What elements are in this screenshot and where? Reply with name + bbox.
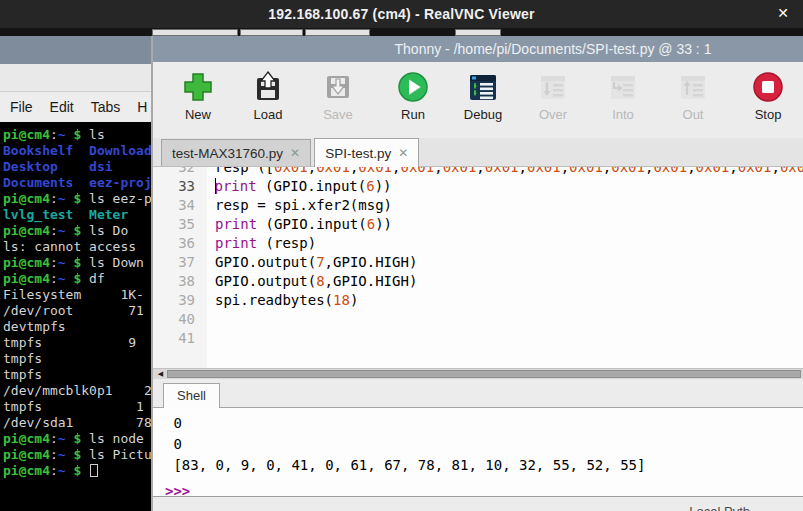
close-tab-icon[interactable]: ✕ xyxy=(398,146,408,160)
vnc-titlebar: 192.168.100.67 (cm4) - RealVNC Viewer ✕ xyxy=(0,0,803,28)
shell-line: [83, 0, 9, 0, 41, 0, 61, 67, 78, 81, 10,… xyxy=(165,455,803,476)
code-text: GPIO.output(8,GPIO.HIGH) xyxy=(207,272,417,291)
code-text: resp = spi.xfer2(msg) xyxy=(207,196,392,215)
line-number: 34 xyxy=(153,196,207,215)
line-number: 37 xyxy=(153,253,207,272)
toolbar-button-label: Over xyxy=(539,107,567,122)
code-text xyxy=(207,329,215,348)
shell-tabbar: Shell xyxy=(153,379,803,407)
over-button: Over xyxy=(528,70,578,122)
editor-line[interactable]: 36print (resp) xyxy=(153,234,803,253)
terminal-line: pi@cm4:~ $ ls Pictu xyxy=(3,447,151,463)
vnc-close-icon[interactable]: ✕ xyxy=(777,5,789,21)
interpreter-status[interactable]: Local Pyth xyxy=(689,504,750,511)
terminal-menubar: FileEditTabsH xyxy=(0,92,151,122)
close-tab-icon[interactable]: ✕ xyxy=(290,146,300,160)
debug-button[interactable]: Debug xyxy=(458,70,508,122)
terminal-line: tmpfs 1 xyxy=(3,399,151,415)
terminal-line: pi@cm4:~ $ df xyxy=(3,271,151,287)
terminal-line: ls: cannot access xyxy=(3,239,151,255)
terminal-line: tmpfs xyxy=(3,367,151,383)
out-button: Out xyxy=(668,70,718,122)
editor-line[interactable]: 40 xyxy=(153,310,803,329)
terminal-window: FileEditTabsH pi@cm4:~ $ lsBookshelf Dow… xyxy=(0,64,151,511)
shell-output[interactable]: 0 0 [83, 0, 9, 0, 41, 0, 61, 67, 78, 81,… xyxy=(153,407,803,496)
terminal-menu-h[interactable]: H xyxy=(137,99,147,115)
line-number: 40 xyxy=(153,310,207,329)
editor-line[interactable]: 33print (GPIO.input(6)) xyxy=(153,177,803,196)
window-fragment xyxy=(240,29,303,36)
terminal-titlebar[interactable] xyxy=(0,64,151,92)
tab-shell[interactable]: Shell xyxy=(163,383,220,408)
run-icon xyxy=(396,70,430,104)
terminal-line: pi@cm4:~ $ ls xyxy=(3,127,151,143)
code-text: print (GPIO.input(6)) xyxy=(207,215,392,234)
terminal-line: tmpfs 9 xyxy=(3,335,151,351)
editor-tabbar: test-MAX31760.py✕SPI-test.py✕ xyxy=(153,138,803,167)
code-text: print (GPIO.input(6)) xyxy=(207,177,392,196)
load-button[interactable]: Load xyxy=(243,70,293,122)
toolbar-button-label: Into xyxy=(612,107,634,122)
shell-prompt[interactable]: >>> xyxy=(165,481,803,496)
window-fragment xyxy=(152,29,238,36)
tab-label: SPI-test.py xyxy=(325,146,391,161)
code-text: resp ([0x01,0x01,0x01,0x01,0x01,0x01,0x0… xyxy=(207,167,803,177)
terminal-line: tmpfs xyxy=(3,351,151,367)
stop-button[interactable]: Stop xyxy=(743,70,793,122)
line-number: 39 xyxy=(153,291,207,310)
shell-line: 0 xyxy=(165,434,803,455)
toolbar-button-label: New xyxy=(185,107,211,122)
editor-line[interactable]: 41 xyxy=(153,329,803,348)
editor-line[interactable]: 39spi.readbytes(18) xyxy=(153,291,803,310)
run-button[interactable]: Run xyxy=(388,70,438,122)
thonny-title: Thonny - /home/pi/Documents/SPI-test.py … xyxy=(395,41,712,57)
line-number: 35 xyxy=(153,215,207,234)
scroll-left-arrow-icon[interactable]: ◀ xyxy=(155,369,166,379)
terminal-menu-file[interactable]: File xyxy=(10,99,33,115)
thonny-titlebar[interactable]: Thonny - /home/pi/Documents/SPI-test.py … xyxy=(153,36,803,62)
new-icon xyxy=(181,70,215,104)
shell-line: 0 xyxy=(165,413,803,434)
vnc-title: 192.168.100.67 (cm4) - RealVNC Viewer xyxy=(268,6,534,22)
tab-spi-test.py[interactable]: SPI-test.py✕ xyxy=(314,138,419,167)
line-number: 38 xyxy=(153,272,207,291)
window-fragment xyxy=(455,29,501,36)
scrollbar-thumb[interactable] xyxy=(167,370,801,378)
window-top-strip xyxy=(0,28,803,36)
terminal-line: lvlg_test Meter xyxy=(3,207,151,223)
tab-test-max31760.py[interactable]: test-MAX31760.py✕ xyxy=(161,139,311,166)
into-icon xyxy=(606,70,640,104)
code-text xyxy=(207,310,215,329)
toolbar-button-label: Run xyxy=(401,107,425,122)
terminal-output[interactable]: pi@cm4:~ $ lsBookshelf DownloadDesktop d… xyxy=(0,122,151,511)
save-icon xyxy=(321,70,355,104)
new-button[interactable]: New xyxy=(173,70,223,122)
terminal-menu-edit[interactable]: Edit xyxy=(50,99,74,115)
editor-line[interactable]: 35print (GPIO.input(6)) xyxy=(153,215,803,234)
terminal-line: devtmpfs xyxy=(3,319,151,335)
code-editor[interactable]: 32resp ([0x01,0x01,0x01,0x01,0x01,0x01,0… xyxy=(153,167,803,368)
editor-line[interactable]: 37GPIO.output(7,GPIO.HIGH) xyxy=(153,253,803,272)
editor-line[interactable]: 38GPIO.output(8,GPIO.HIGH) xyxy=(153,272,803,291)
editor-hscrollbar[interactable]: ◀ xyxy=(153,368,803,379)
code-text: GPIO.output(7,GPIO.HIGH) xyxy=(207,253,417,272)
terminal-line: pi@cm4:~ $ ls node xyxy=(3,431,151,447)
toolbar-button-label: Debug xyxy=(464,107,502,122)
terminal-line: pi@cm4:~ $ ls Do xyxy=(3,223,151,239)
terminal-line: /dev/root 71 xyxy=(3,303,151,319)
terminal-line: pi@cm4:~ $ ls eez-p xyxy=(3,191,151,207)
editor-line[interactable]: 32resp ([0x01,0x01,0x01,0x01,0x01,0x01,0… xyxy=(153,167,803,177)
into-button: Into xyxy=(598,70,648,122)
out-icon xyxy=(676,70,710,104)
thonny-toolbar: NewLoadSaveRunDebugOverIntoOutStop xyxy=(153,62,803,138)
terminal-line: Filesystem 1K- xyxy=(3,287,151,303)
terminal-menu-tabs[interactable]: Tabs xyxy=(91,99,121,115)
terminal-line: pi@cm4:~ $ ls Down xyxy=(3,255,151,271)
editor-line[interactable]: 34resp = spi.xfer2(msg) xyxy=(153,196,803,215)
load-icon xyxy=(251,70,285,104)
code-text: spi.readbytes(18) xyxy=(207,291,358,310)
terminal-cursor xyxy=(90,464,98,477)
line-number: 32 xyxy=(153,167,207,177)
terminal-line: Desktop dsi xyxy=(3,159,151,175)
window-fragment xyxy=(305,29,370,36)
